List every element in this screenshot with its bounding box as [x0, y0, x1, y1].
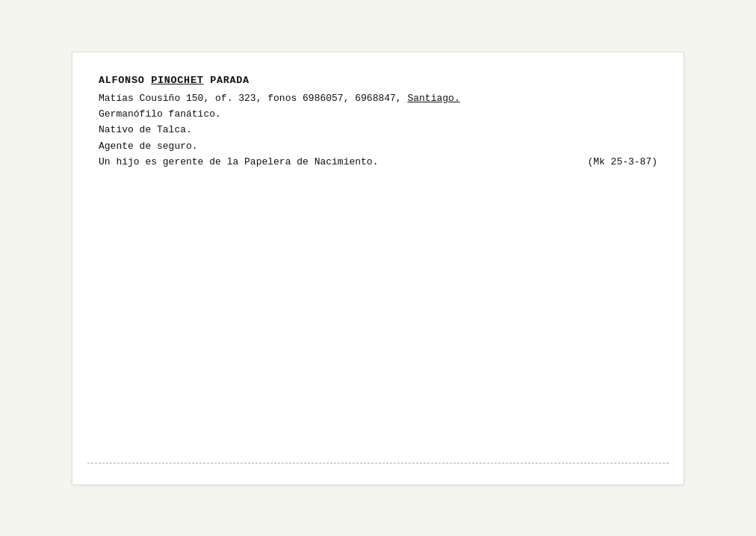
person-name: ALFONSO PINOCHET PARADA	[99, 75, 657, 86]
germanofilo-line: Germanófilo fanático.	[99, 106, 657, 122]
bottom-divider	[87, 463, 669, 463]
agente-line: Agente de seguro.	[99, 138, 657, 154]
last-line-text: Un hijo es gerente de la Papelera de Nac…	[99, 154, 378, 170]
nativo-line: Nativo de Talca.	[99, 122, 657, 138]
last-line: Un hijo es gerente de la Papelera de Nac…	[99, 154, 657, 170]
address-line: Matías Cousiño 150, of. 323, fonos 69860…	[99, 90, 657, 106]
date-reference: (Mk 25-3-87)	[587, 154, 657, 170]
name-underline: PINOCHET	[151, 75, 203, 86]
city-name: Santiago.	[407, 93, 459, 104]
document-card: ALFONSO PINOCHET PARADA Matías Cousiño 1…	[72, 52, 684, 485]
